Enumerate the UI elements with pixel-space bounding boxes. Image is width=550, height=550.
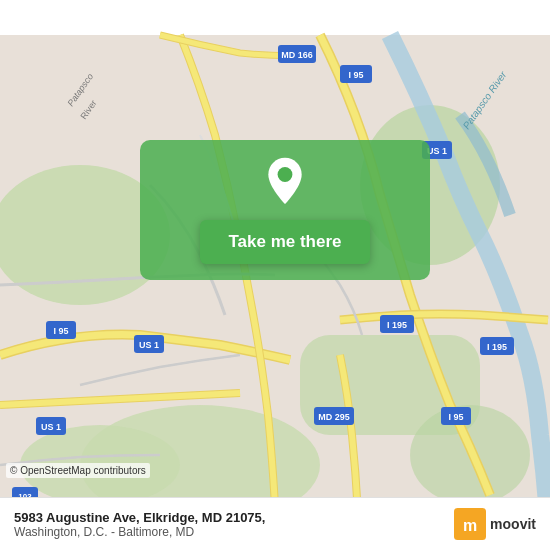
moovit-logo[interactable]: m moovit bbox=[454, 508, 536, 540]
svg-text:US 1: US 1 bbox=[139, 340, 159, 350]
address-line1: 5983 Augustine Ave, Elkridge, MD 21075, bbox=[14, 510, 265, 525]
cta-banner: Take me there bbox=[140, 140, 430, 280]
map-container: I 95 MD 166 US 1 I 95 US 1 US 1 I 195 I … bbox=[0, 0, 550, 550]
address-block: 5983 Augustine Ave, Elkridge, MD 21075, … bbox=[14, 510, 265, 539]
moovit-label: moovit bbox=[490, 516, 536, 532]
take-me-there-button[interactable]: Take me there bbox=[200, 220, 369, 264]
svg-text:MD 295: MD 295 bbox=[318, 412, 350, 422]
moovit-icon: m bbox=[454, 508, 486, 540]
osm-attribution-text: © OpenStreetMap contributors bbox=[10, 465, 146, 476]
location-pin-icon bbox=[260, 156, 310, 206]
svg-text:I 195: I 195 bbox=[387, 320, 407, 330]
svg-text:I 195: I 195 bbox=[487, 342, 507, 352]
address-line2: Washington, D.C. - Baltimore, MD bbox=[14, 525, 265, 539]
bottom-bar: 5983 Augustine Ave, Elkridge, MD 21075, … bbox=[0, 497, 550, 550]
svg-text:MD 166: MD 166 bbox=[281, 50, 313, 60]
svg-text:US 1: US 1 bbox=[41, 422, 61, 432]
svg-text:I 95: I 95 bbox=[448, 412, 463, 422]
svg-text:I 95: I 95 bbox=[53, 326, 68, 336]
osm-attribution: © OpenStreetMap contributors bbox=[6, 463, 150, 478]
svg-text:I 95: I 95 bbox=[348, 70, 363, 80]
svg-point-32 bbox=[278, 167, 293, 182]
svg-text:m: m bbox=[463, 517, 477, 534]
